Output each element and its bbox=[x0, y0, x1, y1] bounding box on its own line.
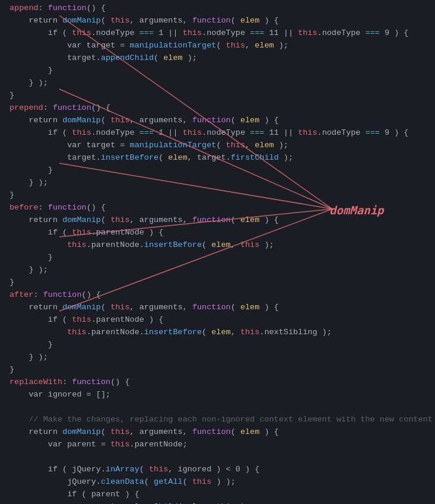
code-line: } bbox=[0, 252, 435, 264]
code-line: } bbox=[0, 90, 435, 102]
code-line: return domManip( this, arguments, functi… bbox=[0, 302, 435, 314]
code-line: append: function() { bbox=[0, 2, 435, 15]
code-line: return domManip( this, arguments, functi… bbox=[0, 115, 435, 127]
code-line: } bbox=[0, 364, 435, 376]
code-line bbox=[0, 401, 435, 414]
code-line: target.appendChild( elem ); bbox=[0, 52, 435, 65]
code-line: if ( jQuery.inArray( this, ignored ) < 0… bbox=[0, 464, 435, 476]
code-line: if ( this.parentNode ) { bbox=[0, 227, 435, 239]
code-line: var target = manipulationTarget( this, e… bbox=[0, 40, 435, 52]
code-line: } bbox=[0, 65, 435, 77]
code-editor: append: function() { return domManip( th… bbox=[0, 0, 435, 504]
code-line: } bbox=[0, 339, 435, 351]
code-line: } bbox=[0, 164, 435, 177]
code-line: return domManip( this, arguments, functi… bbox=[0, 426, 435, 439]
code-line: replaceWith: function() { bbox=[0, 376, 435, 389]
code-line: this.parentNode.insertBefore( elem, this… bbox=[0, 239, 435, 252]
dommanip-annotation-label: domManip bbox=[329, 202, 384, 219]
code-line: } bbox=[0, 277, 435, 289]
code-line: jQuery.cleanData( getAll( this ) ); bbox=[0, 476, 435, 489]
code-line: if ( this.nodeType === 1 || this.nodeTyp… bbox=[0, 27, 435, 40]
code-line bbox=[0, 451, 435, 464]
code-line: // Make the changes, replacing each non-… bbox=[0, 414, 435, 426]
code-line: return domManip( this, arguments, functi… bbox=[0, 15, 435, 27]
code-line: } ); bbox=[0, 177, 435, 189]
code-line: } ); bbox=[0, 264, 435, 277]
code-line: } ); bbox=[0, 77, 435, 90]
code-line: } ); bbox=[0, 351, 435, 364]
code-line: prepend: function() { bbox=[0, 102, 435, 115]
code-line: } bbox=[0, 189, 435, 202]
code-line: var target = manipulationTarget( this, e… bbox=[0, 140, 435, 152]
code-line: if ( this.nodeType === 1 || this.nodeTyp… bbox=[0, 127, 435, 140]
code-line: if ( this.parentNode ) { bbox=[0, 314, 435, 327]
code-line: var ignored = []; bbox=[0, 389, 435, 401]
code-line: if ( parent ) { bbox=[0, 489, 435, 501]
code-line: var parent = this.parentNode; bbox=[0, 439, 435, 451]
code-line: after: function() { bbox=[0, 289, 435, 302]
code-line: target.insertBefore( elem, target.firstC… bbox=[0, 152, 435, 164]
code-line: parent.replaceChild( elem, this ); bbox=[0, 501, 435, 504]
code-line: this.parentNode.insertBefore( elem, this… bbox=[0, 327, 435, 339]
